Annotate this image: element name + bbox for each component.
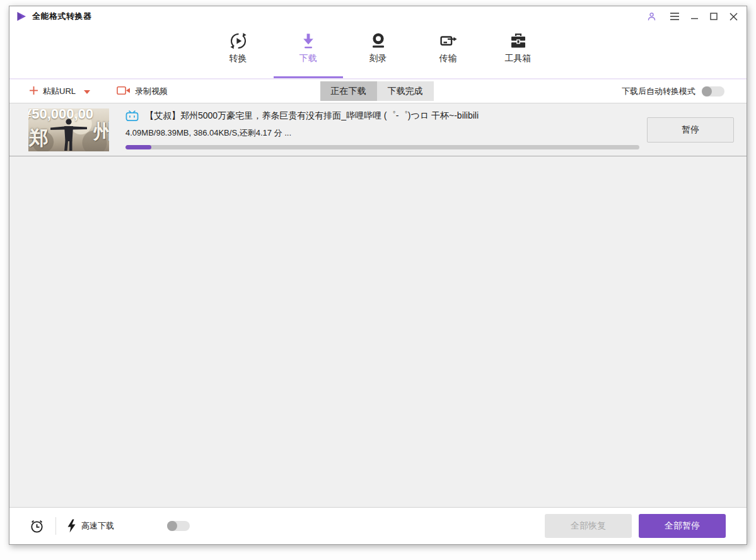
paste-url-label: 粘贴URL: [43, 86, 76, 97]
footer-divider: [55, 517, 56, 535]
bilibili-icon: [125, 110, 139, 122]
maximize-button[interactable]: [708, 11, 719, 22]
schedule-icon[interactable]: [29, 518, 45, 534]
camera-icon: [117, 85, 131, 98]
download-list-area: [9, 156, 747, 507]
window-controls: [646, 11, 739, 22]
minimize-button[interactable]: [689, 11, 700, 22]
record-video-button[interactable]: 录制视频: [117, 85, 168, 98]
progress-bar: [125, 145, 639, 149]
tab-toolbox[interactable]: 工具箱: [500, 26, 537, 78]
auto-convert-label: 下载后自动转换模式: [622, 86, 695, 97]
tab-convert[interactable]: 转换: [220, 26, 257, 78]
high-speed-toggle[interactable]: [167, 521, 190, 531]
pause-all-button[interactable]: 全部暂停: [639, 514, 726, 538]
toggle-knob: [702, 86, 712, 96]
thumbnail-caption-amount: ¥50,000,00: [28, 108, 93, 122]
close-button[interactable]: [728, 11, 739, 22]
caret-down-icon: [84, 86, 90, 96]
tab-label: 下载: [299, 53, 317, 64]
burn-icon: [369, 31, 388, 51]
download-item-row: ¥50,000,00 郑 州 【艾叔】郑州5000万豪宅里，养条巨贵有没有排面_…: [9, 103, 747, 156]
thumbnail-caption-right: 州: [93, 119, 109, 145]
tab-label: 刻录: [369, 53, 387, 64]
window-title: 全能格式转换器: [32, 11, 92, 22]
account-icon[interactable]: [646, 11, 657, 22]
record-video-label: 录制视频: [135, 86, 168, 97]
auto-convert-toggle[interactable]: [702, 86, 724, 96]
resume-all-button[interactable]: 全部恢复: [545, 514, 632, 538]
tab-download-complete[interactable]: 下载完成: [377, 81, 434, 101]
menu-icon[interactable]: [669, 11, 680, 22]
convert-icon: [229, 31, 248, 51]
download-toolbar: 粘贴URL 录制视频 正在下载 下载完成 下载后自动转换模式: [9, 79, 747, 103]
lightning-icon: [67, 519, 76, 533]
tab-transfer[interactable]: 传输: [430, 26, 467, 78]
download-title: 【艾叔】郑州5000万豪宅里，养条巨贵有没有排面_哔哩哔哩 (゜-゜)つロ 干杯…: [145, 110, 479, 122]
tab-downloading[interactable]: 正在下载: [320, 81, 377, 101]
main-nav: 转换 下载 刻录: [9, 26, 747, 79]
title-bar: 全能格式转换器: [9, 6, 747, 26]
paste-url-button[interactable]: 粘贴URL: [29, 86, 90, 97]
tab-download[interactable]: 下载: [290, 26, 327, 78]
toggle-knob: [167, 521, 177, 531]
tab-burn[interactable]: 刻录: [360, 26, 397, 78]
tab-label: 工具箱: [505, 53, 532, 64]
toolbox-icon: [509, 31, 528, 51]
download-icon: [299, 31, 318, 51]
thumbnail-caption-left: 郑: [29, 125, 49, 151]
progress-fill: [125, 145, 151, 149]
footer-bar: 高速下载 全部恢复 全部暂停: [9, 507, 747, 544]
video-thumbnail: ¥50,000,00 郑 州: [28, 108, 109, 151]
app-logo-icon: [16, 11, 26, 21]
high-speed-label: 高速下载: [81, 520, 114, 532]
transfer-icon: [439, 31, 458, 51]
tab-label: 传输: [439, 53, 457, 64]
plus-icon: [29, 86, 38, 97]
tab-label: 转换: [230, 53, 247, 64]
app-window: 全能格式转换器: [9, 6, 747, 545]
pause-button[interactable]: 暂停: [647, 117, 734, 143]
download-state-tabs: 正在下载 下载完成: [320, 81, 434, 101]
download-stats: 4.09MB/98.39MB, 386.04KB/S,还剩4.17 分 ...: [125, 127, 639, 139]
